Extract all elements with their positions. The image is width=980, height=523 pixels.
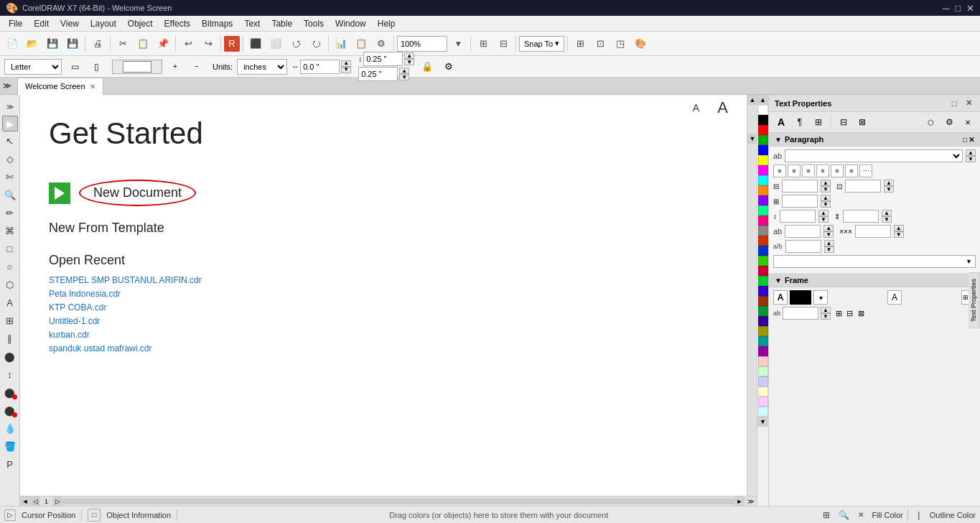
- zoom-tool[interactable]: 🔍: [1, 186, 19, 203]
- color-purple[interactable]: [758, 195, 768, 205]
- canvas-vscroll[interactable]: ▲ ▼: [747, 95, 757, 496]
- color-darkred[interactable]: [758, 236, 768, 246]
- delete-page-button[interactable]: −: [188, 59, 205, 75]
- menu-table[interactable]: Table: [266, 17, 298, 30]
- align-force-button[interactable]: ≡: [831, 165, 844, 177]
- font-select[interactable]: [785, 149, 963, 162]
- zoom-input[interactable]: 100%: [397, 36, 447, 52]
- color-darkblue[interactable]: [758, 246, 768, 256]
- save-as-button[interactable]: 💾: [63, 34, 82, 53]
- menu-file[interactable]: File: [3, 17, 28, 30]
- x-value-input[interactable]: 0.0 ": [300, 60, 340, 74]
- frame-right-icon3[interactable]: ⊠: [858, 309, 864, 318]
- line-spacing-input[interactable]: [780, 210, 816, 223]
- hscroll-end-button[interactable]: ≫: [745, 498, 757, 505]
- menu-layout[interactable]: Layout: [85, 17, 122, 30]
- parallel-tool[interactable]: ∥: [1, 330, 19, 347]
- color-cyan[interactable]: [758, 175, 768, 185]
- tb-icon7[interactable]: ⚙: [372, 34, 391, 53]
- page-indicator[interactable]: 1: [40, 498, 52, 505]
- width-up-button[interactable]: ▲: [404, 52, 414, 59]
- color-darkcyan[interactable]: [758, 336, 768, 346]
- color-lightyellow[interactable]: [758, 387, 768, 397]
- transparency-tool[interactable]: ⬤: [1, 402, 19, 419]
- char-spacing-down[interactable]: ▼: [823, 231, 834, 238]
- portrait-button[interactable]: ▭: [66, 59, 83, 75]
- frame-right-icon1[interactable]: ⊞: [836, 309, 842, 318]
- color-magenta[interactable]: [758, 165, 768, 175]
- save-button[interactable]: 💾: [43, 34, 62, 53]
- baseline-down[interactable]: ▼: [824, 246, 834, 253]
- fill-tool[interactable]: 🪣: [1, 438, 19, 455]
- word-spacing-input[interactable]: [855, 225, 891, 238]
- hscroll-right-button[interactable]: ►: [734, 496, 745, 506]
- color-forest[interactable]: [758, 306, 768, 316]
- eyedropper-tool[interactable]: 💧: [1, 420, 19, 437]
- recent-file-0[interactable]: STEMPEL SMP BUSTANUL ARIFIN.cdr: [49, 275, 728, 285]
- scroll-up-button[interactable]: ▲: [747, 95, 757, 105]
- menu-help[interactable]: Help: [372, 17, 401, 30]
- paragraph-close-button[interactable]: ✕: [969, 136, 974, 144]
- char-spacing-input[interactable]: [785, 225, 821, 238]
- height-down-button[interactable]: ▼: [399, 74, 409, 80]
- menu-edit[interactable]: Edit: [28, 17, 55, 30]
- color-indigo[interactable]: [758, 316, 768, 326]
- units-icon[interactable]: ⚙: [440, 59, 457, 75]
- indent-first-down[interactable]: ▼: [821, 201, 831, 208]
- indent-left-input[interactable]: [782, 180, 818, 193]
- line-spacing-down[interactable]: ▼: [818, 216, 829, 223]
- titlebar-controls[interactable]: ─ □ ✕: [943, 3, 974, 14]
- recent-file-5[interactable]: spanduk ustad mafrawi.cdr: [49, 343, 728, 353]
- new-button[interactable]: 📄: [3, 34, 22, 53]
- menu-bitmaps[interactable]: Bitmaps: [196, 17, 238, 30]
- redo-button[interactable]: ↪: [199, 34, 218, 53]
- panel-close-button[interactable]: ✕: [963, 98, 974, 109]
- color-lightgreen[interactable]: [758, 366, 768, 376]
- maximize-button[interactable]: □: [955, 3, 961, 14]
- smart-fill-tool[interactable]: P: [1, 455, 19, 473]
- indent-right-input[interactable]: [845, 180, 881, 193]
- snap-to-button[interactable]: Snap To ▾: [519, 36, 564, 52]
- minimize-button[interactable]: ─: [943, 3, 949, 14]
- color-green[interactable]: [758, 135, 768, 145]
- line-spacing-up[interactable]: ▲: [818, 210, 829, 216]
- tab-close-button[interactable]: ✕: [90, 83, 95, 91]
- hscroll-track[interactable]: [62, 499, 734, 504]
- frame-color-picker[interactable]: [790, 290, 811, 305]
- connector-tool[interactable]: ⬤: [1, 348, 19, 365]
- indent-right-down[interactable]: ▼: [884, 186, 894, 193]
- text-settings-icon[interactable]: ⚙: [941, 114, 957, 130]
- units-select[interactable]: inches mm cm px: [237, 59, 287, 75]
- undo-button[interactable]: ↩: [179, 34, 197, 53]
- hscroll-left-button[interactable]: ◄: [20, 496, 30, 506]
- paragraph-minimize-button[interactable]: □: [963, 136, 967, 144]
- blend-tool[interactable]: ⬤: [1, 384, 19, 401]
- menu-tools[interactable]: Tools: [298, 17, 330, 30]
- hscroll-prev-page[interactable]: ◁: [30, 496, 40, 506]
- recent-file-4[interactable]: kurban.cdr: [49, 330, 728, 340]
- word-spacing-up[interactable]: ▲: [894, 225, 904, 231]
- width-down-button[interactable]: ▼: [404, 59, 414, 65]
- tab-scroll-left[interactable]: ≫: [0, 78, 14, 95]
- font-up-btn[interactable]: ▲: [966, 149, 976, 156]
- print-button[interactable]: 🖨: [88, 34, 107, 53]
- crop-tool[interactable]: ✄: [1, 168, 19, 185]
- shape-tool[interactable]: ◇: [1, 150, 19, 167]
- scroll-down-button[interactable]: ▼: [747, 134, 757, 144]
- menu-window[interactable]: Window: [330, 17, 372, 30]
- view-toggle1[interactable]: ⊞: [571, 34, 589, 53]
- paragraph-section-header[interactable]: ▼ Paragraph □ ✕: [769, 133, 980, 147]
- color-violet[interactable]: [758, 286, 768, 296]
- color-white[interactable]: [758, 105, 768, 115]
- align-none-button[interactable]: ≡: [845, 165, 858, 177]
- horizontal-scrollbar[interactable]: ◄ ◁ 1 ▷ ► ≫: [20, 496, 757, 506]
- object-info-icon[interactable]: □: [88, 509, 101, 522]
- frame-input1[interactable]: [783, 307, 818, 320]
- baseline-up[interactable]: ▲: [824, 240, 834, 246]
- para-spacing-up[interactable]: ▲: [882, 210, 892, 216]
- frame-icon-a[interactable]: A: [773, 290, 788, 305]
- frame-arrow-icon[interactable]: ▾: [813, 290, 828, 305]
- frame-input1-up[interactable]: ▲: [821, 307, 831, 313]
- new-from-template-link[interactable]: New From Template: [49, 221, 728, 236]
- menu-object[interactable]: Object: [122, 17, 159, 30]
